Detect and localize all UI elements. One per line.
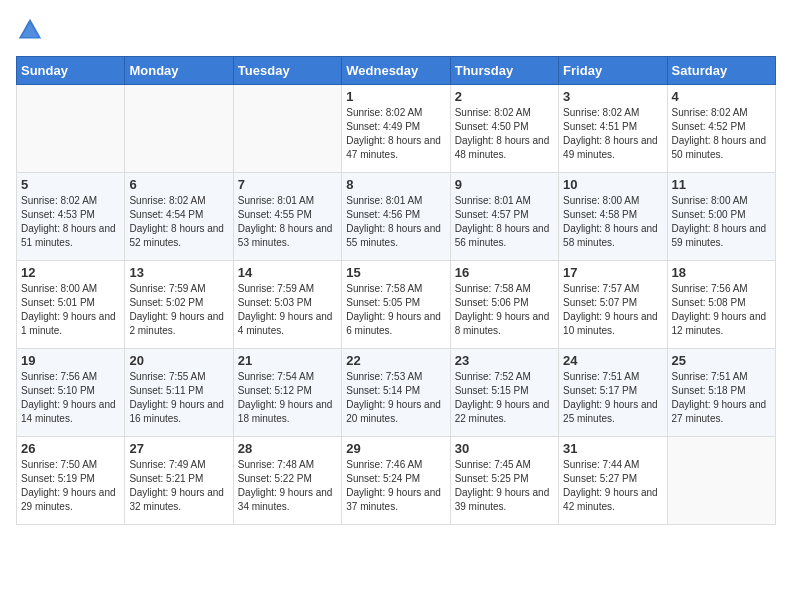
day-number: 13: [129, 265, 228, 280]
day-info: Sunrise: 7:46 AM Sunset: 5:24 PM Dayligh…: [346, 458, 445, 514]
day-number: 11: [672, 177, 771, 192]
calendar-week-row: 1Sunrise: 8:02 AM Sunset: 4:49 PM Daylig…: [17, 85, 776, 173]
day-number: 20: [129, 353, 228, 368]
day-info: Sunrise: 7:44 AM Sunset: 5:27 PM Dayligh…: [563, 458, 662, 514]
day-info: Sunrise: 7:51 AM Sunset: 5:17 PM Dayligh…: [563, 370, 662, 426]
day-info: Sunrise: 8:00 AM Sunset: 4:58 PM Dayligh…: [563, 194, 662, 250]
calendar-cell: 31Sunrise: 7:44 AM Sunset: 5:27 PM Dayli…: [559, 437, 667, 525]
calendar-table: SundayMondayTuesdayWednesdayThursdayFrid…: [16, 56, 776, 525]
calendar-cell: 27Sunrise: 7:49 AM Sunset: 5:21 PM Dayli…: [125, 437, 233, 525]
day-number: 4: [672, 89, 771, 104]
day-number: 29: [346, 441, 445, 456]
day-number: 12: [21, 265, 120, 280]
calendar-cell: 30Sunrise: 7:45 AM Sunset: 5:25 PM Dayli…: [450, 437, 558, 525]
day-number: 6: [129, 177, 228, 192]
header-sunday: Sunday: [17, 57, 125, 85]
day-number: 15: [346, 265, 445, 280]
day-number: 26: [21, 441, 120, 456]
calendar-cell: 16Sunrise: 7:58 AM Sunset: 5:06 PM Dayli…: [450, 261, 558, 349]
day-info: Sunrise: 8:00 AM Sunset: 5:00 PM Dayligh…: [672, 194, 771, 250]
day-info: Sunrise: 8:01 AM Sunset: 4:57 PM Dayligh…: [455, 194, 554, 250]
calendar-cell: 7Sunrise: 8:01 AM Sunset: 4:55 PM Daylig…: [233, 173, 341, 261]
header-thursday: Thursday: [450, 57, 558, 85]
day-info: Sunrise: 8:02 AM Sunset: 4:51 PM Dayligh…: [563, 106, 662, 162]
day-number: 23: [455, 353, 554, 368]
day-info: Sunrise: 7:45 AM Sunset: 5:25 PM Dayligh…: [455, 458, 554, 514]
day-info: Sunrise: 7:57 AM Sunset: 5:07 PM Dayligh…: [563, 282, 662, 338]
header-wednesday: Wednesday: [342, 57, 450, 85]
day-number: 3: [563, 89, 662, 104]
calendar-cell: 1Sunrise: 8:02 AM Sunset: 4:49 PM Daylig…: [342, 85, 450, 173]
calendar-header-row: SundayMondayTuesdayWednesdayThursdayFrid…: [17, 57, 776, 85]
day-number: 25: [672, 353, 771, 368]
day-info: Sunrise: 8:02 AM Sunset: 4:53 PM Dayligh…: [21, 194, 120, 250]
logo-icon: [16, 16, 44, 44]
calendar-cell: 28Sunrise: 7:48 AM Sunset: 5:22 PM Dayli…: [233, 437, 341, 525]
day-number: 10: [563, 177, 662, 192]
day-number: 19: [21, 353, 120, 368]
day-number: 17: [563, 265, 662, 280]
calendar-cell: 3Sunrise: 8:02 AM Sunset: 4:51 PM Daylig…: [559, 85, 667, 173]
day-info: Sunrise: 7:56 AM Sunset: 5:10 PM Dayligh…: [21, 370, 120, 426]
day-number: 22: [346, 353, 445, 368]
day-info: Sunrise: 7:59 AM Sunset: 5:02 PM Dayligh…: [129, 282, 228, 338]
calendar-cell: 2Sunrise: 8:02 AM Sunset: 4:50 PM Daylig…: [450, 85, 558, 173]
calendar-cell: [233, 85, 341, 173]
day-number: 18: [672, 265, 771, 280]
header-tuesday: Tuesday: [233, 57, 341, 85]
calendar-cell: 25Sunrise: 7:51 AM Sunset: 5:18 PM Dayli…: [667, 349, 775, 437]
day-info: Sunrise: 8:02 AM Sunset: 4:54 PM Dayligh…: [129, 194, 228, 250]
calendar-cell: 19Sunrise: 7:56 AM Sunset: 5:10 PM Dayli…: [17, 349, 125, 437]
day-number: 28: [238, 441, 337, 456]
calendar-week-row: 26Sunrise: 7:50 AM Sunset: 5:19 PM Dayli…: [17, 437, 776, 525]
calendar-cell: 4Sunrise: 8:02 AM Sunset: 4:52 PM Daylig…: [667, 85, 775, 173]
day-number: 7: [238, 177, 337, 192]
calendar-cell: 9Sunrise: 8:01 AM Sunset: 4:57 PM Daylig…: [450, 173, 558, 261]
calendar-cell: 5Sunrise: 8:02 AM Sunset: 4:53 PM Daylig…: [17, 173, 125, 261]
calendar-week-row: 5Sunrise: 8:02 AM Sunset: 4:53 PM Daylig…: [17, 173, 776, 261]
calendar-cell: 26Sunrise: 7:50 AM Sunset: 5:19 PM Dayli…: [17, 437, 125, 525]
calendar-cell: 23Sunrise: 7:52 AM Sunset: 5:15 PM Dayli…: [450, 349, 558, 437]
day-info: Sunrise: 7:56 AM Sunset: 5:08 PM Dayligh…: [672, 282, 771, 338]
day-info: Sunrise: 7:53 AM Sunset: 5:14 PM Dayligh…: [346, 370, 445, 426]
day-number: 27: [129, 441, 228, 456]
day-number: 8: [346, 177, 445, 192]
day-number: 31: [563, 441, 662, 456]
calendar-cell: 29Sunrise: 7:46 AM Sunset: 5:24 PM Dayli…: [342, 437, 450, 525]
calendar-cell: 24Sunrise: 7:51 AM Sunset: 5:17 PM Dayli…: [559, 349, 667, 437]
calendar-cell: [125, 85, 233, 173]
day-info: Sunrise: 8:01 AM Sunset: 4:56 PM Dayligh…: [346, 194, 445, 250]
calendar-cell: 13Sunrise: 7:59 AM Sunset: 5:02 PM Dayli…: [125, 261, 233, 349]
calendar-cell: 11Sunrise: 8:00 AM Sunset: 5:00 PM Dayli…: [667, 173, 775, 261]
calendar-cell: 14Sunrise: 7:59 AM Sunset: 5:03 PM Dayli…: [233, 261, 341, 349]
day-info: Sunrise: 8:02 AM Sunset: 4:50 PM Dayligh…: [455, 106, 554, 162]
calendar-cell: 12Sunrise: 8:00 AM Sunset: 5:01 PM Dayli…: [17, 261, 125, 349]
calendar-cell: 18Sunrise: 7:56 AM Sunset: 5:08 PM Dayli…: [667, 261, 775, 349]
day-info: Sunrise: 7:48 AM Sunset: 5:22 PM Dayligh…: [238, 458, 337, 514]
day-info: Sunrise: 7:50 AM Sunset: 5:19 PM Dayligh…: [21, 458, 120, 514]
day-info: Sunrise: 8:02 AM Sunset: 4:52 PM Dayligh…: [672, 106, 771, 162]
calendar-cell: 6Sunrise: 8:02 AM Sunset: 4:54 PM Daylig…: [125, 173, 233, 261]
day-info: Sunrise: 7:59 AM Sunset: 5:03 PM Dayligh…: [238, 282, 337, 338]
calendar-cell: 15Sunrise: 7:58 AM Sunset: 5:05 PM Dayli…: [342, 261, 450, 349]
page-header: [16, 16, 776, 44]
day-number: 24: [563, 353, 662, 368]
day-number: 9: [455, 177, 554, 192]
day-info: Sunrise: 8:01 AM Sunset: 4:55 PM Dayligh…: [238, 194, 337, 250]
day-number: 14: [238, 265, 337, 280]
calendar-cell: 20Sunrise: 7:55 AM Sunset: 5:11 PM Dayli…: [125, 349, 233, 437]
calendar-week-row: 19Sunrise: 7:56 AM Sunset: 5:10 PM Dayli…: [17, 349, 776, 437]
calendar-cell: 22Sunrise: 7:53 AM Sunset: 5:14 PM Dayli…: [342, 349, 450, 437]
day-number: 16: [455, 265, 554, 280]
calendar-cell: 8Sunrise: 8:01 AM Sunset: 4:56 PM Daylig…: [342, 173, 450, 261]
day-number: 30: [455, 441, 554, 456]
day-info: Sunrise: 7:55 AM Sunset: 5:11 PM Dayligh…: [129, 370, 228, 426]
calendar-cell: 10Sunrise: 8:00 AM Sunset: 4:58 PM Dayli…: [559, 173, 667, 261]
day-number: 21: [238, 353, 337, 368]
day-info: Sunrise: 7:58 AM Sunset: 5:06 PM Dayligh…: [455, 282, 554, 338]
header-monday: Monday: [125, 57, 233, 85]
header-friday: Friday: [559, 57, 667, 85]
day-number: 1: [346, 89, 445, 104]
calendar-cell: 17Sunrise: 7:57 AM Sunset: 5:07 PM Dayli…: [559, 261, 667, 349]
day-info: Sunrise: 7:54 AM Sunset: 5:12 PM Dayligh…: [238, 370, 337, 426]
